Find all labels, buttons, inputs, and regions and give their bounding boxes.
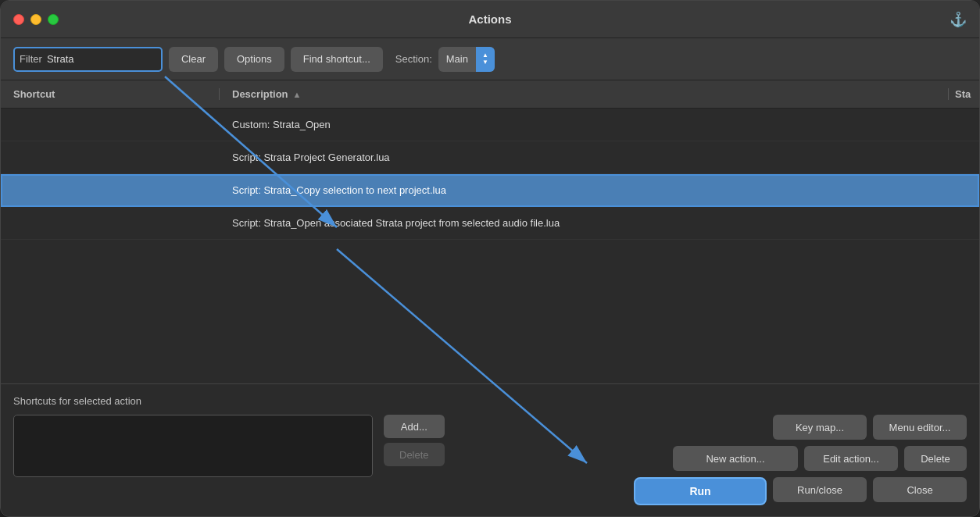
table-header: Shortcut Description ▲ Sta xyxy=(1,80,979,109)
col-sta[interactable]: Sta xyxy=(948,88,979,100)
delete-action-button[interactable]: Delete xyxy=(904,446,967,471)
arrow-down-icon: ▼ xyxy=(482,59,488,66)
section-label: Section: xyxy=(395,53,432,65)
clear-button[interactable]: Clear xyxy=(169,47,218,72)
middle-right-row: New action... Edit action... Delete xyxy=(673,446,967,471)
maximize-button[interactable] xyxy=(48,14,59,25)
bottom-right-row: Run Run/close Close xyxy=(634,477,967,505)
delete-shortcut-button: Delete xyxy=(384,443,445,466)
shortcuts-actions: Add... Delete xyxy=(384,415,445,466)
key-map-button[interactable]: Key map... xyxy=(773,415,867,440)
close-button[interactable] xyxy=(13,14,24,25)
run-button[interactable]: Run xyxy=(634,477,767,505)
close-button[interactable]: Close xyxy=(873,477,967,502)
filter-label: Filter xyxy=(20,53,42,65)
title-bar: Actions ⚓ xyxy=(1,1,979,38)
arrow-up-icon: ▲ xyxy=(482,52,488,59)
pin-icon[interactable]: ⚓ xyxy=(950,11,967,28)
new-action-button[interactable]: New action... xyxy=(673,446,798,471)
window-title: Actions xyxy=(468,12,511,26)
row-description: Script: Strata_Copy selection to next pr… xyxy=(220,184,948,196)
row-description: Script: Strata Project Generator.lua xyxy=(220,152,948,163)
row-description: Custom: Strata_Open xyxy=(220,119,948,130)
top-right-row: Key map... Menu editor... xyxy=(773,415,967,440)
col-description[interactable]: Description ▲ xyxy=(220,88,948,100)
edit-action-button[interactable]: Edit action... xyxy=(804,446,898,471)
table-row[interactable]: Script: Strata_Open associated Strata pr… xyxy=(1,207,979,240)
row-description: Script: Strata_Open associated Strata pr… xyxy=(220,217,948,229)
right-buttons: Key map... Menu editor... New action... … xyxy=(634,415,967,505)
minimize-button[interactable] xyxy=(30,14,41,25)
shortcuts-box xyxy=(13,415,373,477)
filter-input[interactable] xyxy=(47,53,156,65)
toolbar: Filter Clear Options Find shortcut... Se… xyxy=(1,38,979,80)
table-row-selected[interactable]: Script: Strata_Copy selection to next pr… xyxy=(1,174,979,207)
shortcuts-label: Shortcuts for selected action xyxy=(13,395,967,407)
col-shortcut[interactable]: Shortcut xyxy=(1,88,220,100)
add-shortcut-button[interactable]: Add... xyxy=(384,415,445,438)
run-close-button[interactable]: Run/close xyxy=(773,477,867,502)
options-button[interactable]: Options xyxy=(224,47,284,72)
bottom-content: Add... Delete Key map... Menu editor... … xyxy=(13,415,967,505)
main-window: Actions ⚓ Filter Clear Options Find shor… xyxy=(0,0,980,517)
menu-editor-button[interactable]: Menu editor... xyxy=(873,415,967,440)
section-value: Main xyxy=(438,53,476,65)
sort-icon: ▲ xyxy=(293,90,302,99)
filter-group: Filter xyxy=(13,47,163,72)
find-shortcut-button[interactable]: Find shortcut... xyxy=(291,47,383,72)
bottom-section: Shortcuts for selected action Add... Del… xyxy=(1,383,979,516)
section-dropdown[interactable]: Main ▲ ▼ xyxy=(438,47,495,72)
table-row[interactable]: Custom: Strata_Open xyxy=(1,109,979,141)
section-arrows: ▲ ▼ xyxy=(476,47,495,72)
table-body: Custom: Strata_Open Script: Strata Proje… xyxy=(1,109,979,383)
table-row[interactable]: Script: Strata Project Generator.lua xyxy=(1,141,979,174)
traffic-lights xyxy=(13,14,59,25)
